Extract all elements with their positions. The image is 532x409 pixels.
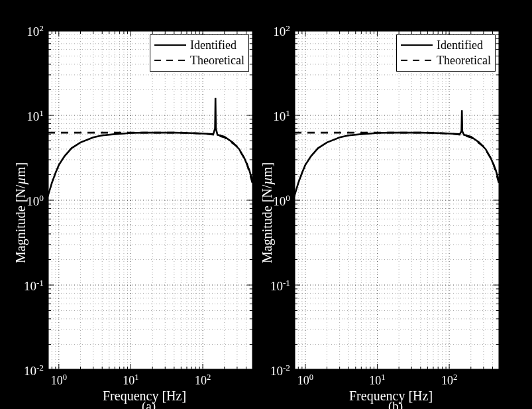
y-tick-label: 102: [257, 23, 290, 39]
legend-item-identified: Identified: [401, 38, 491, 53]
svg-rect-379: [295, 31, 500, 370]
x-tick-label: 101: [116, 373, 145, 388]
y-tick-label: 101: [11, 108, 44, 124]
y-axis-label: Magnitude [N/µm]: [260, 162, 275, 263]
x-tick-label: 102: [188, 373, 217, 388]
svg-rect-189: [48, 31, 253, 370]
x-tick-label: 100: [44, 373, 74, 388]
legend-label: Identified: [437, 38, 483, 53]
y-tick-label: 101: [257, 108, 290, 124]
legend-label: Identified: [190, 38, 237, 53]
chart-panel-right: IdentifiedTheoretical: [294, 30, 500, 370]
legend-item-theoretical: Theoretical: [154, 53, 244, 68]
y-tick-label: 10-2: [11, 363, 44, 379]
legend-item-theoretical: Theoretical: [401, 53, 491, 68]
y-axis-label: Magnitude [N/µm]: [13, 162, 28, 263]
subplot-label-b: (b): [388, 399, 403, 409]
chart-panel-left: IdentifiedTheoretical: [48, 30, 253, 370]
legend-swatch-solid: [154, 44, 186, 46]
y-tick-label: 10-2: [257, 363, 290, 379]
y-tick-label: 10-1: [11, 278, 44, 294]
legend-label: Theoretical: [190, 53, 244, 68]
x-tick-label: 101: [362, 373, 392, 388]
y-tick-label: 102: [11, 23, 44, 39]
plot-svg: [294, 30, 500, 370]
legend-swatch-dash: [401, 60, 433, 62]
legend: IdentifiedTheoretical: [396, 34, 496, 72]
y-tick-label: 10-1: [257, 278, 290, 294]
legend-label: Theoretical: [437, 53, 491, 68]
subplot-label-a: (a): [142, 399, 156, 409]
x-tick-label: 102: [435, 373, 464, 388]
legend: IdentifiedTheoretical: [150, 34, 249, 72]
x-tick-label: 100: [291, 373, 320, 388]
plot-svg: [48, 30, 253, 370]
legend-swatch-dash: [154, 60, 186, 62]
legend-item-identified: Identified: [154, 38, 244, 53]
legend-swatch-solid: [401, 44, 433, 46]
